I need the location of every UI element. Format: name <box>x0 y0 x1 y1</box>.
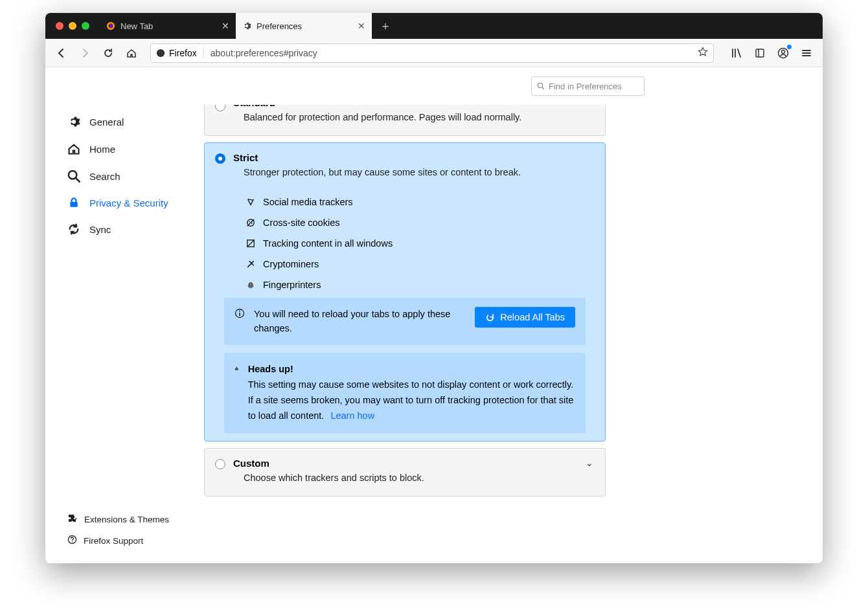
tracker-label: Social media trackers <box>263 197 353 207</box>
library-button[interactable] <box>727 43 746 63</box>
tracker-item: Social media trackers <box>246 197 605 207</box>
new-tab-button[interactable]: ＋ <box>374 15 396 37</box>
tracker-item: Cryptominers <box>246 259 605 269</box>
svg-point-1 <box>109 24 113 28</box>
home-icon <box>67 142 80 155</box>
svg-line-17 <box>247 240 255 247</box>
fingerprint-icon <box>246 280 255 289</box>
cookie-icon <box>246 218 255 227</box>
preferences-search[interactable]: Find in Preferences <box>531 76 645 96</box>
reload-all-tabs-button[interactable]: Reload All Tabs <box>475 307 575 328</box>
tracking-content-icon <box>246 239 255 248</box>
account-button[interactable] <box>773 43 793 63</box>
heads-up-box: Heads up! This setting may cause some we… <box>224 353 586 433</box>
svg-point-20 <box>239 311 240 312</box>
reload-icon <box>103 48 113 58</box>
svg-point-6 <box>782 50 785 53</box>
url-bar[interactable]: Firefox about:preferences#privacy <box>150 43 714 63</box>
tab-preferences[interactable]: Preferences ✕ <box>236 13 372 39</box>
lock-icon <box>67 197 80 208</box>
sidebar-item-sync[interactable]: Sync <box>65 216 204 242</box>
nav-toolbar: Firefox about:preferences#privacy <box>45 39 823 67</box>
option-title: Strict <box>233 152 595 163</box>
info-icon <box>234 308 245 319</box>
option-title: Standard <box>233 105 595 108</box>
tracker-item: Cross-site cookies <box>246 218 605 228</box>
reload-info-box: You will need to reload your tabs to app… <box>224 298 586 345</box>
tracker-label: Cross-site cookies <box>263 218 339 228</box>
option-desc: Stronger protection, but may cause some … <box>244 167 595 181</box>
gear-icon <box>67 115 80 128</box>
preferences-page: Find in Preferences General Home <box>45 67 823 563</box>
sidebar-item-search[interactable]: Search <box>65 163 204 189</box>
radio-standard[interactable] <box>215 105 225 111</box>
tracker-label: Cryptominers <box>263 259 319 269</box>
window-controls <box>45 22 100 30</box>
close-tab-button[interactable]: ✕ <box>222 21 229 31</box>
sidebar-button[interactable] <box>750 43 770 63</box>
forward-button[interactable] <box>75 43 95 63</box>
browser-window: New Tab ✕ Preferences ✕ ＋ Firefox a <box>45 13 823 563</box>
sidebar-item-label: Sync <box>89 224 111 235</box>
warning-icon <box>234 363 239 374</box>
bookmark-star-button[interactable] <box>698 47 708 59</box>
identity-box[interactable]: Firefox <box>156 48 204 58</box>
chevron-down-icon[interactable]: ⌄ <box>584 458 595 468</box>
library-icon <box>731 48 742 58</box>
sidebar-item-label: Privacy & Security <box>89 197 168 208</box>
url-text: about:preferences#privacy <box>211 48 317 58</box>
puzzle-icon <box>67 513 78 526</box>
heads-up-title: Heads up! <box>248 362 575 377</box>
sidebar-link-label: Firefox Support <box>84 536 143 546</box>
option-strict[interactable]: Strict Stronger protection, but may caus… <box>204 142 606 442</box>
back-button[interactable] <box>52 43 71 63</box>
maximize-window-button[interactable] <box>82 22 89 30</box>
svg-line-10 <box>76 178 80 182</box>
search-placeholder: Find in Preferences <box>549 82 622 91</box>
cryptominer-icon <box>246 260 255 269</box>
search-icon <box>67 170 80 183</box>
sidebar-item-general[interactable]: General <box>65 109 204 135</box>
home-button[interactable] <box>122 43 141 63</box>
sidebar-item-label: General <box>89 117 124 128</box>
close-tab-button[interactable]: ✕ <box>358 21 365 31</box>
star-icon <box>698 47 708 57</box>
tab-strip: New Tab ✕ Preferences ✕ ＋ <box>45 13 823 39</box>
home-icon <box>126 48 137 58</box>
preferences-main: Standard Balanced for protection and per… <box>204 105 823 563</box>
learn-how-link[interactable]: Learn how <box>330 410 374 421</box>
close-window-button[interactable] <box>56 22 63 30</box>
search-icon <box>537 82 545 90</box>
reload-icon <box>485 313 495 322</box>
radio-custom[interactable] <box>215 459 225 469</box>
svg-line-8 <box>542 87 544 89</box>
sidebar-link-support[interactable]: Firefox Support <box>65 531 204 550</box>
sync-icon <box>67 223 80 236</box>
sidebar-item-home[interactable]: Home <box>65 136 204 162</box>
tab-new-tab[interactable]: New Tab ✕ <box>100 13 236 39</box>
svg-point-13 <box>249 221 250 222</box>
reload-button[interactable] <box>98 43 118 63</box>
radio-strict[interactable] <box>215 153 225 164</box>
arrow-right-icon <box>80 48 90 58</box>
identity-label: Firefox <box>169 48 197 58</box>
reload-button-label: Reload All Tabs <box>500 312 565 322</box>
svg-rect-3 <box>756 49 764 57</box>
option-custom[interactable]: Custom Choose which trackers and scripts… <box>204 448 606 497</box>
help-icon <box>67 535 77 546</box>
firefox-icon <box>106 21 115 30</box>
tracker-item: Fingerprinters <box>246 280 605 290</box>
sidebar-item-privacy[interactable]: Privacy & Security <box>65 190 204 215</box>
minimize-window-button[interactable] <box>69 22 76 30</box>
tracker-list: Social media trackers Cross-site cookies… <box>246 197 605 290</box>
hamburger-icon <box>801 48 812 58</box>
option-title: Custom <box>233 458 584 469</box>
sidebar-link-extensions[interactable]: Extensions & Themes <box>65 509 204 530</box>
svg-point-2 <box>157 49 165 56</box>
svg-point-22 <box>236 369 237 370</box>
option-desc: Choose which trackers and scripts to blo… <box>244 473 584 487</box>
tab-label: Preferences <box>257 21 302 31</box>
option-standard[interactable]: Standard Balanced for protection and per… <box>204 105 606 136</box>
menu-button[interactable] <box>797 43 816 63</box>
arrow-left-icon <box>56 48 67 58</box>
